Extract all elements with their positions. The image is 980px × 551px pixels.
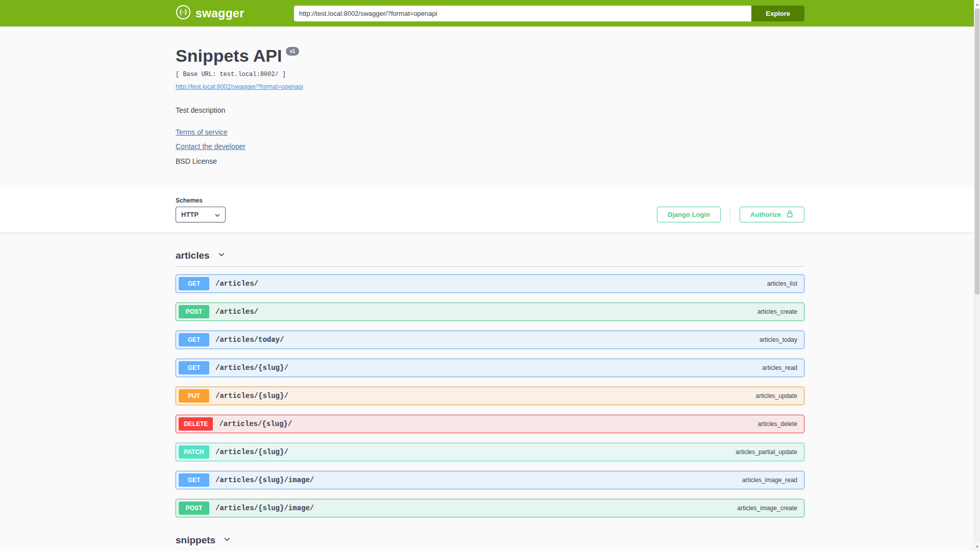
operation-row[interactable]: POST /articles/ articles_create xyxy=(176,303,804,321)
operation-id: articles_image_create xyxy=(738,505,801,512)
operation-id: articles_image_read xyxy=(742,477,801,484)
topbar: swagger Explore xyxy=(0,0,980,27)
tag-name: snippets xyxy=(176,535,215,546)
explore-form: Explore xyxy=(294,6,804,21)
operation-id: articles_partial_update xyxy=(736,448,801,456)
operation-path: /articles/today/ xyxy=(215,336,284,344)
operation-path: /articles/{slug}/ xyxy=(215,448,288,456)
info-section: Snippets API v1 [ Base URL: test.local:8… xyxy=(0,27,980,187)
chevron-down-icon[interactable] xyxy=(223,535,231,546)
contact-developer-link[interactable]: Contact the developer xyxy=(176,142,246,151)
operation-row[interactable]: GET /articles/{slug}/image/ articles_ima… xyxy=(176,471,804,489)
api-title-text: Snippets API xyxy=(176,46,282,66)
operation-row[interactable]: DELETE /articles/{slug}/ articles_delete xyxy=(176,415,804,433)
schemes-block: Schemes HTTP xyxy=(176,197,226,222)
operation-id: articles_delete xyxy=(758,420,801,428)
scrollbar-thumb[interactable] xyxy=(975,9,979,294)
chevron-down-icon[interactable] xyxy=(217,250,226,261)
spec-url-input[interactable] xyxy=(294,6,751,21)
operation-path: /articles/ xyxy=(215,280,258,288)
operation-path: /articles/{slug}/image/ xyxy=(215,476,314,484)
explore-button[interactable]: Explore xyxy=(751,6,804,21)
method-badge: GET xyxy=(179,473,209,487)
api-description: Test description xyxy=(176,106,804,114)
method-badge: POST xyxy=(179,305,209,318)
page-title: Snippets API v1 xyxy=(176,46,804,66)
scroll-down-arrow[interactable]: ▼ xyxy=(974,542,980,551)
operation-row[interactable]: POST /articles/{slug}/image/ articles_im… xyxy=(176,499,804,517)
license-text: BSD License xyxy=(176,157,804,165)
scheme-container: Schemes HTTP Django Login Authorize xyxy=(0,187,980,233)
scroll-up-arrow[interactable]: ▲ xyxy=(974,0,980,9)
tag-section-snippets: snippets GET /snippets/ snippets_list xyxy=(176,530,804,551)
swagger-logo[interactable]: swagger xyxy=(176,5,244,22)
operation-row[interactable]: PUT /articles/{slug}/ articles_update xyxy=(176,387,804,405)
operation-id: articles_today xyxy=(760,336,801,343)
brand-name: swagger xyxy=(195,7,244,20)
unlock-icon xyxy=(786,210,794,219)
method-badge: GET xyxy=(179,361,209,374)
django-login-label: Django Login xyxy=(668,211,710,218)
scheme-selected-value: HTTP xyxy=(181,211,199,218)
spec-link[interactable]: http://test.local:8002/swagger/?format=o… xyxy=(176,83,303,90)
method-badge: PUT xyxy=(179,389,209,403)
operation-id: articles_read xyxy=(762,364,801,371)
method-badge: PATCH xyxy=(179,445,209,459)
version-badge: v1 xyxy=(286,47,299,56)
tag-header-articles[interactable]: articles xyxy=(176,245,804,267)
topbar-wrapper: swagger Explore xyxy=(165,5,815,22)
method-badge: GET xyxy=(179,333,209,346)
operation-row[interactable]: GET /articles/today/ articles_today xyxy=(176,331,804,349)
method-badge: DELETE xyxy=(179,417,213,431)
scheme-select[interactable]: HTTP xyxy=(176,207,226,222)
chevron-down-icon xyxy=(215,211,220,218)
operation-path: /articles/{slug}/image/ xyxy=(215,504,314,512)
django-login-button[interactable]: Django Login xyxy=(657,207,721,222)
terms-of-service-link[interactable]: Terms of service xyxy=(176,128,228,136)
method-badge: POST xyxy=(179,502,209,515)
operation-path: /articles/{slug}/ xyxy=(215,364,288,372)
base-url: [ Base URL: test.local:8002/ ] xyxy=(176,71,804,78)
operation-path: /articles/ xyxy=(215,308,258,316)
operation-path: /articles/{slug}/ xyxy=(219,420,292,428)
operation-row[interactable]: PATCH /articles/{slug}/ articles_partial… xyxy=(176,443,804,461)
swagger-logo-icon xyxy=(176,5,191,22)
method-badge: GET xyxy=(179,277,209,290)
operations-list: articles GET /articles/ articles_list PO… xyxy=(165,245,815,551)
operation-path: /articles/{slug}/ xyxy=(215,392,288,400)
schemes-label: Schemes xyxy=(176,197,226,204)
operation-id: articles_create xyxy=(757,308,801,315)
auth-wrapper: Django Login Authorize xyxy=(657,207,804,222)
authorize-button[interactable]: Authorize xyxy=(740,207,804,222)
operation-id: articles_list xyxy=(767,280,801,287)
scrollbar[interactable]: ▲ ▼ xyxy=(974,0,980,551)
operation-id: articles_update xyxy=(756,392,801,399)
auth-divider xyxy=(730,207,730,222)
operation-row[interactable]: GET /articles/ articles_list xyxy=(176,274,804,293)
operation-row[interactable]: GET /articles/{slug}/ articles_read xyxy=(176,359,804,377)
tag-section-articles: articles GET /articles/ articles_list PO… xyxy=(176,245,804,517)
authorize-label: Authorize xyxy=(750,211,781,218)
tag-name: articles xyxy=(176,250,210,261)
tag-header-snippets[interactable]: snippets xyxy=(176,530,804,551)
